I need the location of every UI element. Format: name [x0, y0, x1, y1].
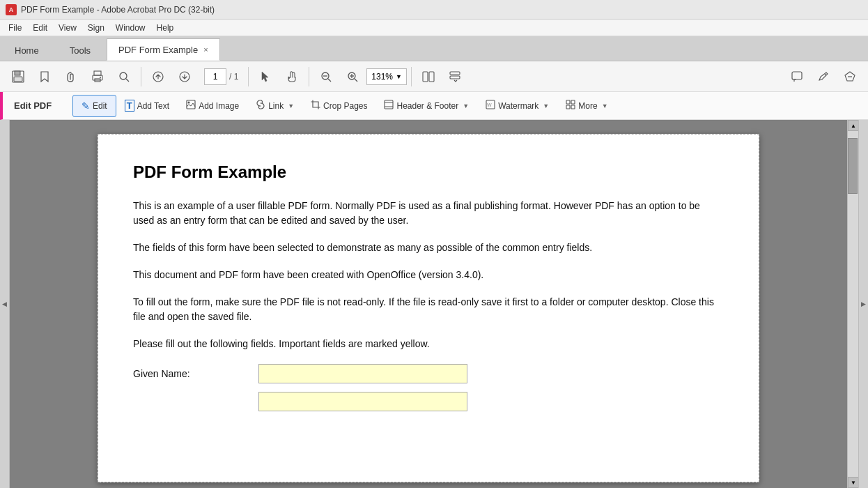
bookmark-button[interactable]: [32, 64, 57, 89]
crop-pages-button[interactable]: Crop Pages: [302, 95, 375, 117]
scroll-mode-button[interactable]: [442, 64, 467, 89]
scroll-track[interactable]: [848, 131, 858, 477]
family-name-input[interactable]: [258, 392, 467, 411]
page-up-button[interactable]: [146, 64, 171, 89]
svg-rect-19: [429, 72, 434, 82]
svg-rect-32: [566, 100, 570, 104]
svg-rect-2: [14, 77, 22, 82]
page-number-input[interactable]: 1: [204, 68, 226, 85]
tab-home[interactable]: Home: [0, 40, 54, 61]
svg-text:W: W: [487, 102, 492, 107]
menu-sign[interactable]: Sign: [82, 22, 110, 34]
select-tool-button[interactable]: [253, 64, 278, 89]
scroll-thumb[interactable]: [848, 138, 858, 194]
scroll-down-button[interactable]: ▼: [848, 477, 859, 488]
tab-close-button[interactable]: ×: [203, 45, 208, 54]
crop-pages-label: Crop Pages: [323, 101, 367, 111]
edit-pdf-toolbar: Edit PDF ✎ Edit T Add Text Add Image Lin…: [0, 92, 868, 120]
svg-rect-4: [93, 75, 102, 80]
edit-tool-edit-button[interactable]: ✎ Edit: [72, 95, 116, 117]
app-icon: A: [6, 4, 17, 15]
page-total: / 1: [229, 72, 238, 82]
svg-rect-1: [15, 71, 20, 75]
left-panel-toggle[interactable]: [0, 120, 10, 488]
toolbar-sep-1: [141, 67, 141, 86]
pdf-page: PDF Form Example This is an example of a…: [98, 134, 759, 482]
pdf-document-title: PDF Form Example: [133, 162, 724, 182]
app-title: PDF Form Example - Adobe Acrobat Pro DC …: [21, 5, 215, 15]
given-name-input[interactable]: [258, 364, 467, 383]
more-button[interactable]: More ▼: [557, 95, 616, 117]
page-down-button[interactable]: [172, 64, 197, 89]
given-name-row: Given Name:: [133, 364, 724, 383]
menu-file[interactable]: File: [3, 22, 27, 34]
menu-view[interactable]: View: [53, 22, 82, 34]
watermark-label: Watermark: [498, 101, 538, 111]
page-layout-button[interactable]: [416, 64, 441, 89]
svg-rect-3: [94, 71, 101, 75]
link-dropdown-arrow: ▼: [288, 102, 294, 109]
zoom-level-display[interactable]: 131% ▼: [366, 68, 407, 85]
pdf-paragraph-4: To fill out the form, make sure the PDF …: [133, 295, 724, 324]
scroll-up-button[interactable]: ▲: [848, 120, 859, 131]
toolbar-sep-3: [309, 67, 309, 86]
svg-line-23: [825, 74, 826, 75]
svg-rect-34: [566, 105, 570, 109]
link-button[interactable]: Link ▼: [247, 95, 302, 117]
edit-pdf-label: Edit PDF: [3, 100, 72, 111]
header-footer-label: Header & Footer: [396, 101, 458, 111]
svg-rect-33: [571, 100, 575, 104]
add-text-label: Add Text: [137, 101, 169, 111]
menu-window[interactable]: Window: [110, 22, 151, 34]
svg-point-7: [120, 73, 127, 79]
svg-point-6: [100, 77, 101, 78]
attach-button[interactable]: [59, 64, 84, 89]
svg-line-12: [328, 79, 331, 82]
zoom-dropdown-arrow: ▼: [396, 73, 402, 80]
redact-button[interactable]: [837, 64, 862, 89]
pdf-paragraph-3: This document and PDF form have been cre…: [133, 268, 724, 282]
tab-tools[interactable]: Tools: [55, 40, 105, 61]
add-image-button[interactable]: Add Image: [178, 95, 247, 117]
given-name-label: Given Name:: [133, 368, 258, 379]
right-panel-toggle[interactable]: [858, 120, 868, 488]
pdf-viewer[interactable]: PDF Form Example This is an example of a…: [10, 120, 847, 488]
menu-edit[interactable]: Edit: [27, 22, 53, 34]
page-navigation: 1 / 1: [204, 68, 238, 85]
link-label: Link: [268, 101, 284, 111]
tab-document[interactable]: PDF Form Example ×: [107, 38, 220, 61]
pdf-paragraph-1: This is an example of a user fillable PD…: [133, 199, 724, 228]
watermark-icon: W: [486, 100, 495, 112]
tab-bar: Home Tools PDF Form Example ×: [0, 36, 868, 61]
header-footer-button[interactable]: Header & Footer ▼: [375, 95, 477, 117]
edit-tool-edit-label: Edit: [93, 101, 107, 111]
zoom-out-button[interactable]: [313, 64, 339, 89]
svg-rect-35: [571, 105, 575, 109]
watermark-dropdown-arrow: ▼: [543, 102, 549, 109]
pen-tool-button[interactable]: [811, 64, 836, 89]
svg-rect-21: [450, 76, 460, 79]
svg-point-26: [188, 102, 190, 104]
svg-rect-20: [450, 72, 460, 75]
more-icon: [566, 100, 575, 112]
watermark-button[interactable]: W Watermark ▼: [477, 95, 557, 117]
link-icon: [256, 100, 265, 112]
toolbar-sep-2: [248, 67, 249, 86]
pdf-paragraph-2: The fields of this form have been select…: [133, 241, 724, 255]
add-text-button[interactable]: T Add Text: [116, 95, 178, 117]
header-footer-dropdown-arrow: ▼: [463, 102, 469, 109]
hand-tool-button[interactable]: [279, 64, 304, 89]
main-content-area: PDF Form Example This is an example of a…: [0, 120, 868, 488]
print-button[interactable]: [85, 64, 110, 89]
menu-help[interactable]: Help: [151, 22, 180, 34]
find-button[interactable]: [111, 64, 137, 89]
save-button[interactable]: [6, 64, 31, 89]
svg-line-15: [355, 79, 357, 82]
svg-rect-27: [385, 100, 393, 109]
title-bar: A PDF Form Example - Adobe Acrobat Pro D…: [0, 0, 868, 20]
comment-button[interactable]: [784, 64, 809, 89]
more-dropdown-arrow: ▼: [602, 102, 608, 109]
toolbar-sep-4: [411, 67, 412, 86]
zoom-in-button[interactable]: [340, 64, 365, 89]
edit-tool-edit-icon: ✎: [82, 100, 90, 112]
